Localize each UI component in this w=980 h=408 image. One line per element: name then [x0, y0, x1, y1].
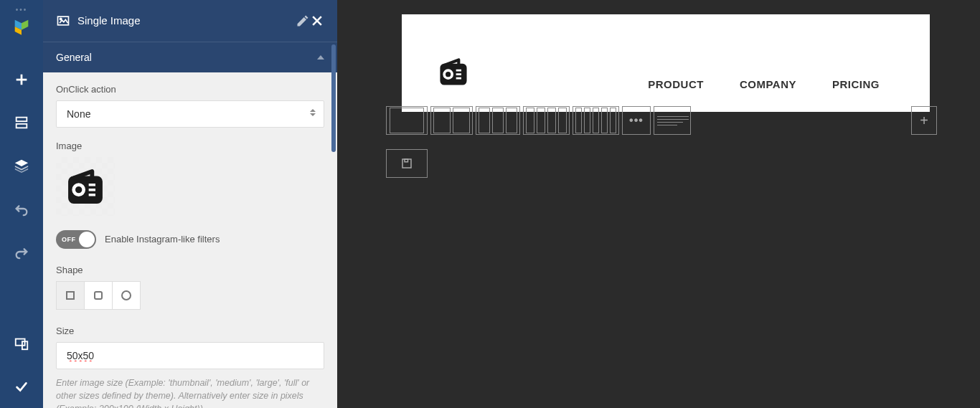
onclick-select[interactable]: None	[56, 100, 324, 128]
section-body: OnClick action None Image OFF Enable Ins…	[43, 72, 337, 408]
rail-redo-button[interactable]	[0, 230, 43, 273]
site-nav: PRODUCT COMPANY PRICING	[648, 78, 880, 90]
rail-save-button[interactable]	[0, 365, 43, 408]
section-title: General	[56, 52, 92, 63]
layout-3col-button[interactable]	[476, 106, 520, 135]
layout-2col-button[interactable]	[430, 106, 473, 135]
svg-rect-1	[17, 124, 27, 128]
rail-layers-button[interactable]	[0, 144, 43, 187]
rail-add-button[interactable]	[0, 58, 43, 101]
layout-template-button[interactable]	[386, 149, 428, 178]
panel-scrollbar[interactable]	[331, 44, 336, 152]
image-label: Image	[56, 141, 324, 151]
shape-rounded-button[interactable]	[84, 281, 113, 310]
shape-square-button[interactable]	[56, 281, 85, 310]
preview-canvas: PRODUCT COMPANY PRICING ••• +	[337, 0, 980, 408]
svg-rect-10	[402, 159, 411, 168]
layout-4col-button[interactable]	[523, 106, 570, 135]
chevron-up-icon	[317, 55, 324, 60]
svg-rect-0	[17, 118, 27, 122]
wpbakery-logo-icon	[11, 16, 32, 37]
filters-label: Enable Instagram-like filters	[105, 234, 220, 245]
filters-toggle[interactable]: OFF	[56, 230, 96, 249]
shape-options	[56, 281, 324, 310]
rail-devices-button[interactable]	[0, 322, 43, 365]
svg-point-5	[60, 18, 62, 20]
site-header: PRODUCT COMPANY PRICING	[402, 14, 930, 112]
rail-drag-handle[interactable]: •••	[16, 6, 28, 14]
row-layout-toolbar: ••• +	[386, 106, 937, 135]
panel-header: Single Image	[43, 0, 337, 42]
rail-templates-button[interactable]	[0, 101, 43, 144]
layout-add-button[interactable]: +	[911, 106, 937, 135]
site-logo[interactable]	[438, 56, 469, 90]
shape-label: Shape	[56, 265, 324, 275]
shape-circle-button[interactable]	[112, 281, 141, 310]
onclick-label: OnClick action	[56, 84, 324, 95]
size-help: Enter image size (Example: 'thumbnail', …	[56, 376, 324, 408]
image-icon	[56, 14, 70, 28]
layout-custom-button[interactable]	[654, 106, 691, 135]
pencil-icon[interactable]	[296, 14, 310, 28]
close-icon[interactable]	[310, 14, 324, 28]
svg-rect-2	[16, 339, 25, 346]
layout-more-button[interactable]: •••	[622, 106, 651, 135]
rail-undo-button[interactable]	[0, 187, 43, 230]
toggle-off-label: OFF	[62, 236, 76, 243]
panel-title: Single Image	[77, 14, 290, 27]
layout-1col-button[interactable]	[386, 106, 428, 135]
nav-pricing[interactable]: PRICING	[832, 78, 880, 90]
nav-product[interactable]: PRODUCT	[648, 78, 704, 90]
image-preview[interactable]	[56, 157, 115, 216]
size-label: Size	[56, 326, 324, 336]
size-input[interactable]	[56, 342, 324, 369]
editor-rail: •••	[0, 0, 43, 408]
toggle-knob	[79, 232, 95, 247]
layout-5col-button[interactable]	[573, 106, 619, 135]
svg-rect-11	[405, 159, 408, 162]
section-general-header[interactable]: General	[43, 42, 337, 72]
nav-company[interactable]: COMPANY	[740, 78, 796, 90]
select-chevron-icon	[310, 109, 316, 116]
settings-panel: Single Image General OnClick action None…	[43, 0, 337, 408]
